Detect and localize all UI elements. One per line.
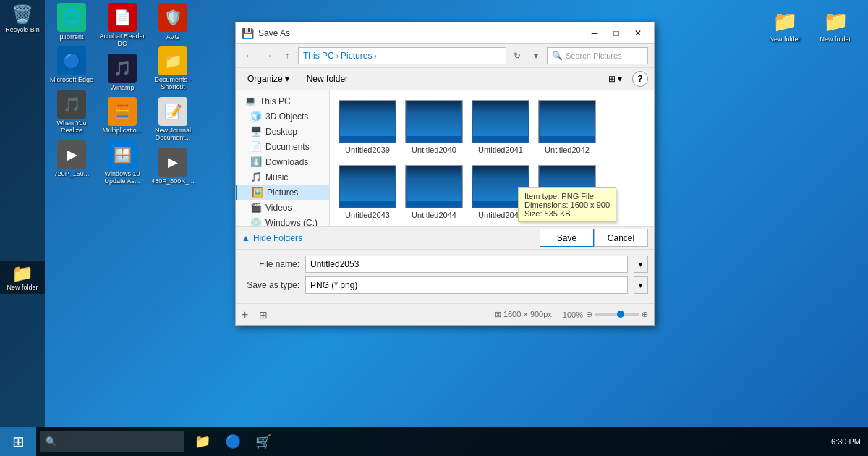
address-bar[interactable]: This PC › Pictures › — [298, 47, 506, 64]
organize-button[interactable]: Organize ▾ — [242, 72, 295, 86]
winamp-label: Winamp — [110, 84, 134, 91]
file-item-untitled2040[interactable]: Untitled2040 — [402, 96, 466, 159]
tooltip-size: Size: 535 KB — [524, 209, 610, 218]
nav-item-downloads[interactable]: ⬇️ Downloads — [236, 154, 329, 169]
desktop-icon-new-folder-right2[interactable]: 📁 New folder — [760, 4, 810, 46]
desktop-icon-480p[interactable]: ▶ 480P_600K_... — [148, 145, 197, 188]
desktop-icon-col1: 🌐 µTorrent 🔵 Microsoft Edge 🎵 When You R… — [47, 0, 96, 181]
taskbar-icon-explorer[interactable]: 📁 — [188, 427, 217, 456]
desktop-icon-documents[interactable]: 📁 Documents - Shortcut — [148, 43, 197, 94]
dialog-title-icon: 💾 — [242, 28, 254, 39]
back-button[interactable]: ← — [242, 48, 258, 64]
breadcrumb-pictures[interactable]: Pictures — [341, 51, 372, 61]
file-item-untitled2044[interactable]: Untitled2044 — [402, 161, 466, 224]
close-button[interactable]: ✕ — [628, 26, 648, 41]
thumb-untitled2039 — [339, 100, 396, 143]
desktop-icon-acrobat[interactable]: 📄 Acrobat Reader DC — [98, 0, 147, 51]
480p-icon: ▶ — [158, 148, 187, 177]
cancel-label: Cancel — [608, 233, 634, 243]
search-placeholder: Search Pictures — [566, 51, 622, 60]
new-folder-button[interactable]: New folder — [301, 72, 354, 86]
multiplicatio-icon: 🧮 — [108, 97, 137, 126]
pictures-nav-label: Pictures — [267, 187, 298, 198]
zoom-minus[interactable]: ⊖ — [586, 310, 592, 319]
organize-label: Organize — [247, 74, 283, 84]
new-folder-left-label: New folder — [7, 284, 38, 291]
nav-item-windows-c[interactable]: 💿 Windows (C:) — [236, 215, 329, 226]
nav-item-music[interactable]: 🎵 Music — [236, 169, 329, 185]
desktop-icon-new-folder-left[interactable]: 📁 New folder — [0, 261, 45, 294]
zoom-plus[interactable]: ⊕ — [642, 310, 648, 319]
saveastype-dropdown[interactable]: ▾ — [634, 276, 648, 294]
desktop-icon-when-you-realize[interactable]: 🎵 When You Realize — [47, 87, 96, 138]
win10update-label: Windows 10 Update As... — [99, 171, 145, 185]
windows-logo-icon: ⊞ — [12, 433, 25, 450]
left-sidebar — [0, 0, 45, 427]
file-item-untitled2039[interactable]: Untitled2039 — [336, 96, 399, 159]
desktop-icon-utorrent[interactable]: 🌐 µTorrent — [47, 0, 96, 43]
forward-button[interactable]: → — [260, 48, 276, 64]
hide-folders-button[interactable]: ▲ Hide Folders — [242, 233, 302, 243]
taskbar-start-button[interactable]: ⊞ — [0, 427, 36, 456]
file-item-untitled2043[interactable]: Untitled2043 — [336, 161, 399, 224]
thumb-label-untitled2045: Untitled2045 — [478, 211, 523, 220]
filename-dropdown[interactable]: ▾ — [634, 256, 648, 273]
desktop-icon-win10update[interactable]: 🪟 Windows 10 Update As... — [98, 138, 147, 188]
desktop-icon-col3: 🛡️ AVG 📁 Documents - Shortcut 📝 New Jour… — [148, 0, 197, 187]
saveastype-row: Save as type: PNG (*.png) JPEG (*.jpg) B… — [242, 276, 648, 294]
desktop-icon-avg[interactable]: 🛡️ AVG — [148, 0, 197, 43]
utorrent-icon: 🌐 — [57, 3, 86, 32]
save-button[interactable]: Save — [540, 229, 594, 247]
taskbar-search[interactable]: 🔍 — [40, 431, 184, 452]
when-you-realize-icon: 🎵 — [57, 90, 86, 119]
nav-item-documents[interactable]: 📄 Documents — [236, 139, 329, 154]
dropdown-button[interactable]: ▾ — [528, 48, 544, 64]
filename-label: File name: — [242, 259, 299, 269]
zoom-slider[interactable] — [595, 313, 639, 316]
help-button[interactable]: ? — [632, 71, 648, 87]
zoom-slider-thumb — [617, 311, 624, 318]
taskbar-icon-edge[interactable]: 🔵 — [218, 427, 247, 456]
maximize-button[interactable]: □ — [606, 26, 626, 41]
dimension-icon: ⊠ — [495, 310, 501, 318]
journal-icon: 📝 — [158, 97, 187, 126]
thumb-untitled2041 — [472, 100, 529, 143]
desktop-icon-multiplicatio[interactable]: 🧮 Multiplicatio... — [98, 94, 147, 138]
nav-item-3dobjects[interactable]: 🧊 3D Objects — [236, 109, 329, 124]
win10update-icon: 🪟 — [108, 140, 137, 169]
nav-item-thispc[interactable]: 💻 This PC — [236, 93, 329, 109]
desktop-icon-720p[interactable]: ▶ 720P_150... — [47, 138, 96, 181]
720p-icon: ▶ — [57, 140, 86, 169]
nav-item-videos[interactable]: 🎬 Videos — [236, 200, 329, 215]
view-toggle-button[interactable]: ⊞ ▾ — [604, 72, 626, 86]
avg-icon: 🛡️ — [158, 3, 187, 32]
file-item-untitled2041[interactable]: Untitled2041 — [469, 96, 532, 159]
minimize-button[interactable]: ─ — [584, 26, 605, 41]
breadcrumb-pc[interactable]: This PC — [303, 51, 334, 61]
taskbar-search-icon: 🔍 — [46, 436, 56, 447]
thumb-label-untitled2039: Untitled2039 — [345, 145, 390, 155]
search-box[interactable]: 🔍 Search Pictures — [547, 47, 648, 64]
up-button[interactable]: ↑ — [279, 48, 295, 64]
taskbar-icon-store[interactable]: 🛒 — [249, 427, 278, 456]
file-item-untitled2042[interactable]: Untitled2042 — [535, 96, 599, 159]
desktop-icon-edge[interactable]: 🔵 Microsoft Edge — [47, 43, 96, 87]
nav-item-pictures[interactable]: 🖼️ Pictures — [236, 185, 329, 200]
breadcrumb-sep1: › — [336, 52, 339, 60]
cancel-button[interactable]: Cancel — [594, 229, 648, 247]
thumb-untitled2042 — [538, 100, 596, 143]
desktop-nav-label: Desktop — [265, 127, 297, 137]
filename-input[interactable] — [305, 256, 628, 273]
new-folder-right1-icon: 📁 — [821, 7, 850, 35]
windows-c-icon: 💿 — [250, 217, 262, 226]
desktop-icon-journal[interactable]: 📝 New Journal Document... — [148, 94, 197, 145]
desktop-icon-new-folder-right1[interactable]: 📁 New folder — [810, 4, 861, 46]
nav-item-desktop[interactable]: 🖥️ Desktop — [236, 124, 329, 139]
desktop-icon-winamp[interactable]: 🎵 Winamp — [98, 51, 147, 94]
add-location-btn[interactable]: + — [242, 308, 248, 321]
refresh-button[interactable]: ↻ — [509, 48, 525, 64]
tooltip-dimensions: Dimensions: 1600 x 900 — [524, 200, 610, 209]
3dobjects-icon: 🧊 — [250, 111, 262, 122]
desktop-icon-recycle-bin[interactable]: 🗑️ Recycle Bin — [0, 0, 45, 38]
saveastype-select[interactable]: PNG (*.png) JPEG (*.jpg) BMP (*.bmp) — [305, 276, 628, 294]
